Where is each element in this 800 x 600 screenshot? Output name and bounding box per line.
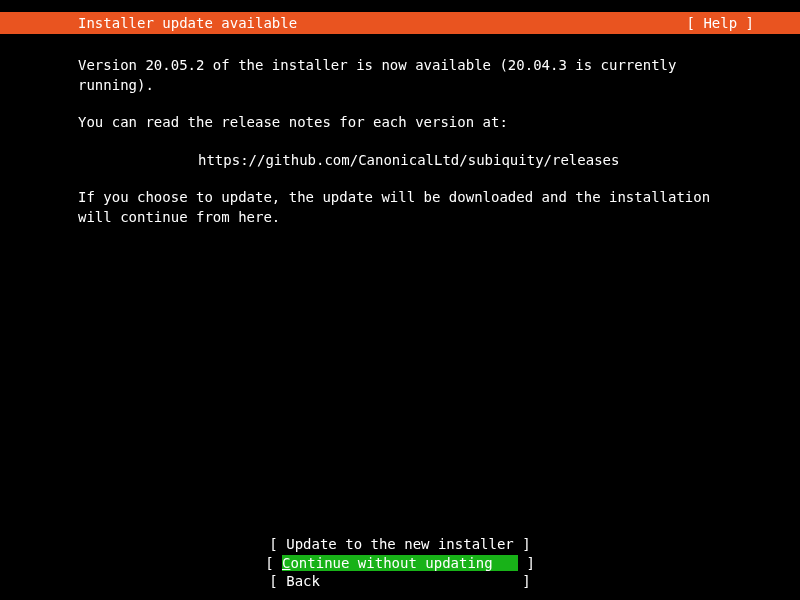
bracket-open: [ bbox=[265, 555, 282, 571]
continue-label: Continue without updating bbox=[282, 555, 518, 571]
back-button[interactable]: [ Back ] bbox=[269, 572, 530, 590]
content-area: Version 20.05.2 of the installer is now … bbox=[0, 34, 800, 228]
continue-without-updating-button[interactable]: [ Continue without updating ] bbox=[265, 554, 535, 572]
update-explanation-text: If you choose to update, the update will… bbox=[78, 188, 722, 227]
version-info-text: Version 20.05.2 of the installer is now … bbox=[78, 56, 722, 95]
page-title: Installer update available bbox=[10, 15, 297, 31]
bracket-close: ] bbox=[518, 555, 535, 571]
button-area: [ Update to the new installer ] [ Contin… bbox=[0, 535, 800, 590]
continue-rest-text: ontinue without updating bbox=[290, 555, 518, 571]
header-bar: Installer update available [ Help ] bbox=[0, 12, 800, 34]
update-installer-button[interactable]: [ Update to the new installer ] bbox=[269, 535, 530, 553]
help-button[interactable]: [ Help ] bbox=[687, 15, 790, 31]
release-notes-url: https://github.com/CanonicalLtd/subiquit… bbox=[78, 151, 722, 171]
release-notes-intro: You can read the release notes for each … bbox=[78, 113, 722, 133]
